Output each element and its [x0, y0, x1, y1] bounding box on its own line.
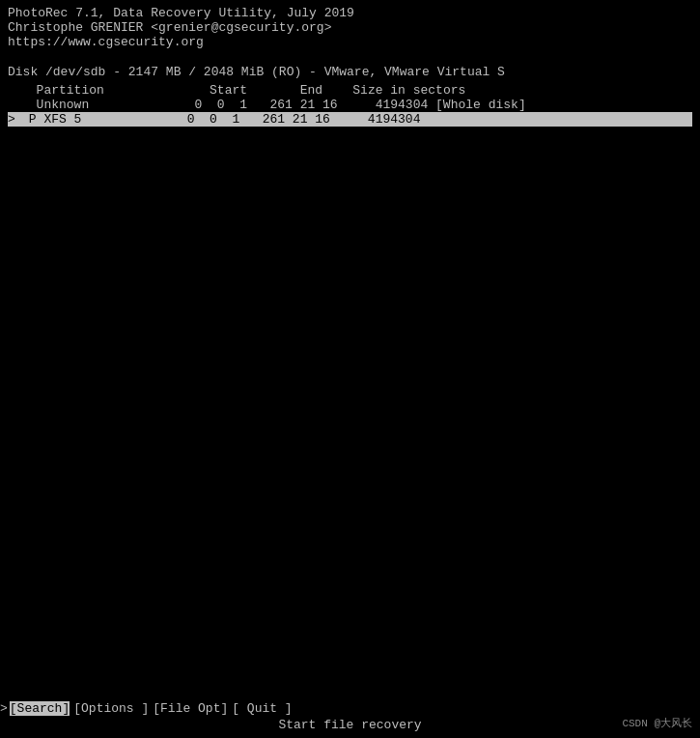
watermark: CSDN @大风长	[622, 716, 692, 730]
start-recovery-label: Start file recovery	[0, 716, 700, 734]
disk-info: Disk /dev/sdb - 2147 MB / 2048 MiB (RO) …	[8, 65, 692, 79]
row-data-xfs: P XFS 5 0 0 1 261 21 16 4194304	[21, 112, 692, 127]
menu-row: > [Search] [Options ] [File Opt] [ Quit …	[0, 699, 700, 716]
app-title-line1: PhotoRec 7.1, Data Recovery Utility, Jul…	[8, 6, 692, 20]
app-title-line2: Christophe GRENIER <grenier@cgsecurity.o…	[8, 20, 692, 35]
header-selector	[8, 83, 21, 98]
header-partition: Partition Start End Size in sectors	[21, 83, 692, 98]
main-content: Partition Start End Size in sectors Unkn…	[8, 83, 692, 732]
quit-button[interactable]: [ Quit ]	[232, 701, 292, 716]
file-opt-button[interactable]: [File Opt]	[153, 701, 228, 716]
partition-table: Partition Start End Size in sectors Unkn…	[8, 83, 692, 127]
bottom-bar: > [Search] [Options ] [File Opt] [ Quit …	[0, 695, 700, 738]
search-button[interactable]: [Search]	[10, 701, 70, 716]
row-selector-xfs: >	[8, 112, 21, 127]
table-header-row: Partition Start End Size in sectors	[8, 83, 692, 98]
partition-row-unknown[interactable]: Unknown 0 0 1 261 21 16 4194304 [Whole d…	[8, 98, 692, 112]
row-selector-unknown	[8, 98, 21, 112]
options-button[interactable]: [Options ]	[73, 701, 149, 716]
app-title-line3: https://www.cgsecurity.org	[8, 35, 692, 49]
row-data-unknown: Unknown 0 0 1 261 21 16 4194304 [Whole d…	[21, 98, 692, 112]
partition-row-xfs[interactable]: > P XFS 5 0 0 1 261 21 16 4194304	[8, 112, 692, 127]
menu-prompt: >	[0, 701, 8, 716]
terminal: PhotoRec 7.1, Data Recovery Utility, Jul…	[0, 0, 700, 738]
header-section: PhotoRec 7.1, Data Recovery Utility, Jul…	[8, 6, 692, 49]
